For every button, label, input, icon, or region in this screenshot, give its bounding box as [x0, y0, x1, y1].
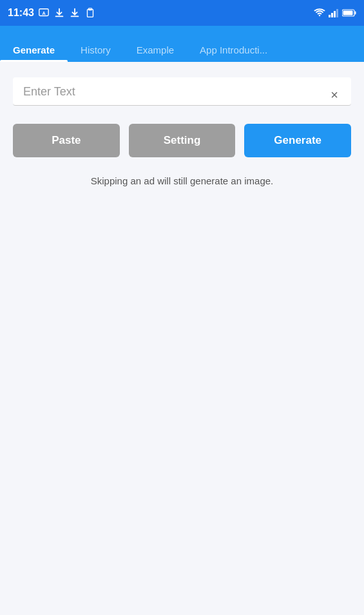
text-input-container: × — [13, 77, 351, 106]
wifi-icon — [314, 8, 325, 17]
tab-bar: Generate History Example App Introducti.… — [0, 26, 364, 62]
tab-history[interactable]: History — [68, 34, 124, 62]
setting-button[interactable]: Setting — [129, 124, 236, 157]
generate-button[interactable]: Generate — [244, 124, 351, 157]
svg-rect-5 — [331, 13, 333, 17]
signal-icon — [329, 8, 339, 17]
download1-icon — [53, 7, 65, 19]
paste-button[interactable]: Paste — [13, 124, 120, 157]
status-bar-left: 11:43 A — [8, 7, 96, 19]
keyboard-icon: A — [38, 7, 50, 19]
info-text: Skipping an ad will still generate an im… — [13, 175, 351, 186]
tab-app-intro[interactable]: App Introducti... — [187, 34, 280, 62]
svg-rect-6 — [334, 11, 336, 17]
main-content: × Paste Setting Generate Skipping an ad … — [0, 62, 364, 615]
svg-rect-9 — [355, 12, 356, 15]
tab-generate[interactable]: Generate — [0, 34, 68, 62]
status-time: 11:43 — [8, 7, 34, 19]
clipboard-icon — [84, 7, 96, 19]
status-bar: 11:43 A — [0, 0, 364, 26]
action-buttons-row: Paste Setting Generate — [13, 124, 351, 157]
battery-icon — [342, 9, 356, 17]
svg-rect-4 — [329, 15, 330, 17]
tab-example[interactable]: Example — [124, 34, 187, 62]
clear-button[interactable]: × — [328, 85, 341, 105]
svg-rect-7 — [336, 9, 338, 17]
status-bar-right — [314, 8, 356, 17]
text-input[interactable] — [23, 85, 328, 105]
svg-rect-2 — [87, 10, 93, 17]
download2-icon — [69, 7, 81, 19]
svg-text:A: A — [42, 10, 45, 16]
svg-rect-10 — [343, 11, 353, 15]
